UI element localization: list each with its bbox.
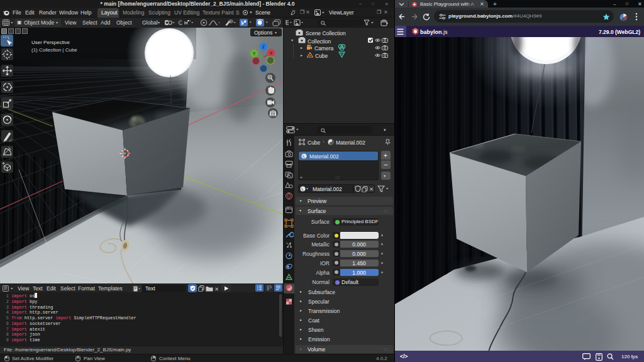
svg-text:X: X <box>270 51 273 55</box>
svg-text:Y: Y <box>253 52 256 56</box>
svg-text:Z: Z <box>262 45 265 49</box>
